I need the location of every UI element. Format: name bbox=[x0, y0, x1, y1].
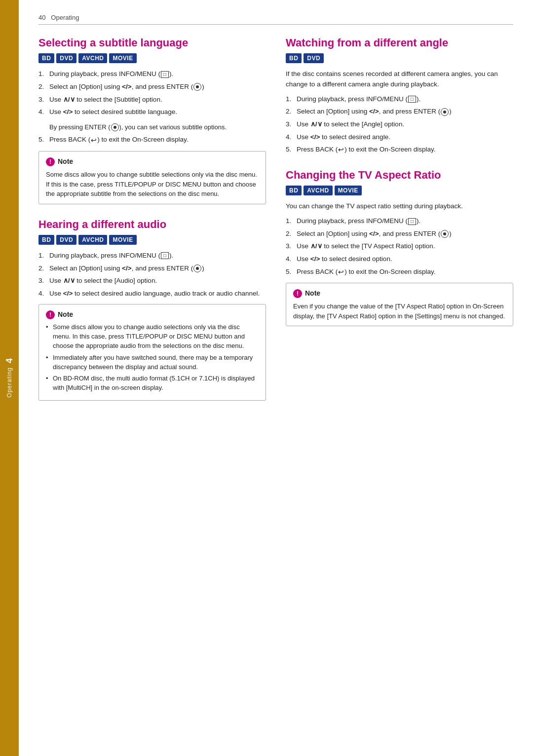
main-content: 40 Operating Selecting a subtitle langua… bbox=[19, 0, 533, 756]
aspect-step-5: 5. Press BACK (↩) to exit the On-Screen … bbox=[286, 267, 513, 277]
aspect-note-header: ! Note bbox=[293, 288, 506, 299]
aspect-step-2: 2. Select an [Option] using </>, and pre… bbox=[286, 229, 513, 239]
audio-note-header: ! Note bbox=[46, 309, 259, 320]
badge-dvd: DVD bbox=[56, 53, 76, 63]
angle-step-3: 3. Use ∧/∨ to select the [Angle] option. bbox=[286, 119, 513, 129]
note-icon-3: ! bbox=[293, 289, 302, 298]
enter-icon-4 bbox=[441, 108, 449, 116]
angle-badges: BD DVD bbox=[286, 53, 513, 63]
subtitle-step-4: 4. Use </> to select desired subtitle la… bbox=[38, 107, 266, 117]
enter-icon-3 bbox=[193, 265, 201, 272]
section-different-angle: Watching from a different angle BD DVD I… bbox=[286, 37, 513, 155]
badge-avchd-3: AVCHD bbox=[304, 186, 332, 195]
angle-steps-list: 1. During playback, press INFO/MENU (□).… bbox=[286, 94, 513, 155]
menu-icon-5: □ bbox=[408, 218, 416, 225]
enter-icon-2 bbox=[111, 123, 119, 131]
audio-note-label: Note bbox=[58, 309, 73, 320]
aspect-badges: BD AVCHD MOVIE bbox=[286, 186, 513, 195]
subtitle-note-header: ! Note bbox=[46, 156, 259, 167]
menu-icon-4: □ bbox=[408, 96, 416, 103]
audio-badges: BD DVD AVCHD MOVIE bbox=[38, 235, 266, 245]
tv-aspect-ratio-title: Changing the TV Aspect Ratio bbox=[286, 169, 513, 182]
page-number: 40 bbox=[38, 14, 45, 21]
audio-note-bullet-2: Immediately after you have switched soun… bbox=[46, 353, 259, 372]
audio-step-4: 4. Use </> to select desired audio langu… bbox=[38, 289, 266, 299]
back-icon-3: ↩ bbox=[338, 267, 344, 277]
note-icon-2: ! bbox=[46, 310, 55, 319]
aspect-note: ! Note Even if you change the value of t… bbox=[286, 283, 513, 326]
badge-bd-4: BD bbox=[286, 186, 302, 195]
subtitle-step4-indent: By pressing ENTER (), you can set variou… bbox=[49, 123, 266, 132]
header-section: Operating bbox=[51, 14, 79, 21]
aspect-steps-list: 1. During playback, press INFO/MENU (□).… bbox=[286, 216, 513, 277]
audio-note-bullet-3: On BD-ROM disc, the multi audio format (… bbox=[46, 374, 259, 393]
angle-step-1: 1. During playback, press INFO/MENU (□). bbox=[286, 94, 513, 104]
aspect-step-4: 4. Use </> to select desired option. bbox=[286, 254, 513, 264]
audio-note: ! Note Some discs allow you to change au… bbox=[38, 304, 266, 401]
section-subtitle-language: Selecting a subtitle language BD DVD AVC… bbox=[38, 37, 266, 204]
subtitle-note-label: Note bbox=[58, 156, 73, 167]
subtitle-step-5: 5. Press BACK (↩) to exit the On-Screen … bbox=[38, 135, 266, 145]
badge-movie-2: MOVIE bbox=[109, 235, 136, 245]
subtitle-language-title: Selecting a subtitle language bbox=[38, 37, 266, 49]
badge-bd-3: BD bbox=[286, 53, 302, 63]
side-tab: 4 Operating bbox=[0, 0, 19, 756]
badge-avchd: AVCHD bbox=[78, 53, 107, 63]
subtitle-note-text: Some discs allow you to change subtitle … bbox=[46, 170, 259, 199]
different-angle-title: Watching from a different angle bbox=[286, 37, 513, 49]
aspect-step-1: 1. During playback, press INFO/MENU (□). bbox=[286, 216, 513, 226]
menu-icon: □ bbox=[161, 71, 169, 78]
side-tab-number: 4 bbox=[4, 358, 15, 363]
subtitle-note: ! Note Some discs allow you to change su… bbox=[38, 151, 266, 204]
menu-icon-3: □ bbox=[161, 252, 169, 259]
two-column-layout: Selecting a subtitle language BD DVD AVC… bbox=[38, 37, 513, 415]
enter-icon bbox=[193, 83, 201, 91]
subtitle-steps-list: 1. During playback, press INFO/MENU (□).… bbox=[38, 69, 266, 116]
badge-movie-3: MOVIE bbox=[335, 186, 362, 195]
back-icon-2: ↩ bbox=[338, 145, 344, 154]
different-audio-title: Hearing a different audio bbox=[38, 218, 266, 231]
subtitle-step-2: 2. Select an [Option] using </>, and pre… bbox=[38, 82, 266, 92]
aspect-note-text: Even if you change the value of the [TV … bbox=[293, 302, 506, 321]
angle-step-5: 5. Press BACK (↩) to exit the On-Screen … bbox=[286, 145, 513, 155]
angle-step-4: 4. Use </> to select desired angle. bbox=[286, 132, 513, 142]
audio-step-3: 3. Use ∧/∨ to select the [Audio] option. bbox=[38, 276, 266, 286]
audio-note-bullet-1: Some discs allow you to change audio sel… bbox=[46, 323, 259, 351]
page-header: 40 Operating bbox=[38, 14, 513, 25]
section-different-audio: Hearing a different audio BD DVD AVCHD M… bbox=[38, 218, 266, 401]
audio-steps-list: 1. During playback, press INFO/MENU (□).… bbox=[38, 251, 266, 298]
left-column: Selecting a subtitle language BD DVD AVC… bbox=[38, 37, 266, 415]
badge-dvd-2: DVD bbox=[56, 235, 76, 245]
angle-intro: If the disc contains scenes recorded at … bbox=[286, 69, 513, 89]
badge-bd-2: BD bbox=[38, 235, 54, 245]
right-column: Watching from a different angle BD DVD I… bbox=[286, 37, 513, 415]
subtitle-steps-list-2: 5. Press BACK (↩) to exit the On-Screen … bbox=[38, 135, 266, 145]
subtitle-language-badges: BD DVD AVCHD MOVIE bbox=[38, 53, 266, 63]
enter-icon-5 bbox=[441, 230, 449, 238]
badge-avchd-2: AVCHD bbox=[78, 235, 107, 245]
aspect-step-3: 3. Use ∧/∨ to select the [TV Aspect Rati… bbox=[286, 241, 513, 251]
aspect-note-label: Note bbox=[305, 288, 320, 299]
angle-step-2: 2. Select an [Option] using </>, and pre… bbox=[286, 107, 513, 116]
aspect-intro: You can change the TV aspect ratio setti… bbox=[286, 201, 513, 211]
section-tv-aspect-ratio: Changing the TV Aspect Ratio BD AVCHD MO… bbox=[286, 169, 513, 326]
subtitle-step-3: 3. Use ∧/∨ to select the [Subtitle] opti… bbox=[38, 95, 266, 105]
subtitle-step-1: 1. During playback, press INFO/MENU (□). bbox=[38, 69, 266, 79]
back-icon: ↩ bbox=[91, 135, 97, 145]
side-tab-label: Operating bbox=[6, 367, 13, 398]
badge-movie: MOVIE bbox=[109, 53, 136, 63]
audio-step-1: 1. During playback, press INFO/MENU (□). bbox=[38, 251, 266, 261]
audio-step-2: 2. Select an [Option] using </>, and pre… bbox=[38, 264, 266, 273]
badge-bd: BD bbox=[38, 53, 54, 63]
badge-dvd-3: DVD bbox=[304, 53, 324, 63]
note-icon: ! bbox=[46, 157, 55, 166]
